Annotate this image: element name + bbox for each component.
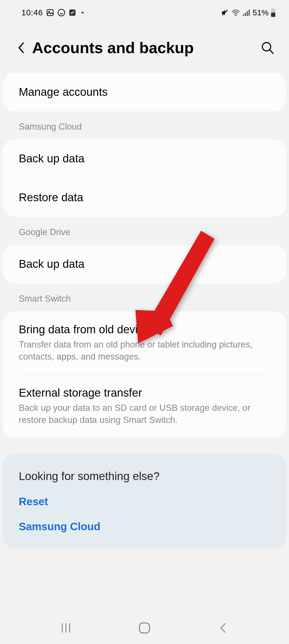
app-header: Accounts and backup [0,23,289,73]
svg-rect-7 [245,13,246,16]
hint-title: Looking for something else? [19,470,270,483]
recents-icon [60,622,72,634]
svg-rect-20 [139,623,150,633]
search-button[interactable] [260,40,276,56]
battery-percent: 51% [253,8,269,17]
checkbox-icon [69,9,76,16]
svg-rect-0 [47,10,53,16]
hint-link-reset[interactable]: Reset [19,496,270,508]
svg-rect-12 [272,8,274,9]
manage-accounts-card: Manage accounts [3,73,286,111]
hint-card: Looking for something else? Reset Samsun… [3,454,286,549]
status-left: 10:46 [21,8,84,17]
bring-data-title: Bring data from old device [19,323,270,336]
smart-switch-header: Smart Switch [3,283,286,311]
whatsapp-icon [57,9,65,17]
google-drive-header: Google Drive [3,217,286,245]
bring-data-item[interactable]: Bring data from old device Transfer data… [3,311,286,374]
recents-button[interactable] [55,617,77,639]
manage-accounts-item[interactable]: Manage accounts [3,73,286,111]
samsung-cloud-backup-item[interactable]: Back up data [3,139,286,178]
svg-rect-11 [271,13,275,17]
svg-line-14 [270,50,273,53]
status-right: 51% [221,8,276,17]
svg-rect-9 [249,10,250,16]
external-storage-subtitle: Back up your data to an SD card or USB s… [19,402,270,426]
samsung-cloud-restore-item[interactable]: Restore data [3,178,286,217]
svg-point-5 [235,14,236,16]
hint-link-samsung-cloud[interactable]: Samsung Cloud [19,521,270,533]
signal-icon [242,9,250,16]
content-scroll: Manage accounts Samsung Cloud Back up da… [0,73,289,549]
external-storage-title: External storage transfer [19,386,270,399]
samsung-cloud-backup-label: Back up data [19,152,270,165]
back-nav-button[interactable] [212,617,234,639]
svg-rect-6 [243,14,244,16]
samsung-cloud-card: Back up data Restore data [3,139,286,217]
google-drive-backup-item[interactable]: Back up data [3,245,286,283]
status-bar: 10:46 51% [0,0,289,23]
mute-icon [221,9,229,17]
home-icon [138,621,151,635]
google-drive-card: Back up data [3,245,286,283]
home-button[interactable] [134,617,155,639]
status-time: 10:46 [21,8,43,17]
external-storage-item[interactable]: External storage transfer Back up your d… [3,375,286,438]
more-icon [81,12,84,14]
chevron-left-icon [218,622,228,634]
svg-rect-8 [247,11,248,16]
gallery-icon [46,9,54,17]
samsung-cloud-restore-label: Restore data [19,191,270,204]
search-icon [261,41,275,55]
chevron-left-icon [18,41,24,54]
samsung-cloud-header: Samsung Cloud [3,111,286,139]
google-drive-backup-label: Back up data [19,258,270,270]
back-button[interactable] [13,42,24,53]
manage-accounts-label: Manage accounts [19,86,270,98]
bring-data-subtitle: Transfer data from an old phone or table… [19,339,270,363]
system-nav-bar [0,612,289,644]
smart-switch-card: Bring data from old device Transfer data… [3,311,286,438]
page-title: Accounts and backup [32,39,251,57]
svg-point-2 [58,9,65,16]
battery-icon [271,8,276,17]
wifi-icon [231,9,240,17]
